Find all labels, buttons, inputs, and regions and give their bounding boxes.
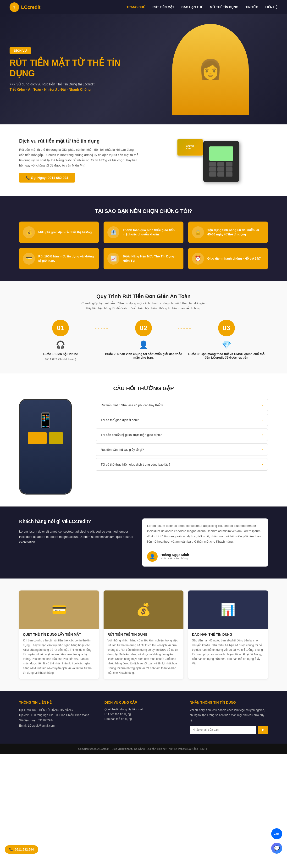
step-number-3: 03 xyxy=(218,320,235,336)
faq-list: Rút tiền mặt từ thẻ visa có phí cao hay … xyxy=(96,399,268,495)
footer-top: THÔNG TIN LIÊN HỆ DỊCH VỤ RÚT TIỀN TỪ ĐẶ… xyxy=(0,691,287,744)
hero-person-placeholder: 👩 xyxy=(172,24,249,115)
footer-col1-title: THÔNG TIN LIÊN HỆ xyxy=(19,701,97,704)
testimonial-left: Khách hàng nói gì về LCcredit? Lorem ips… xyxy=(19,519,135,566)
blog-text-2: Sắp đến hạn 45 ngày, bạn sẽ phải đóng ti… xyxy=(192,638,264,666)
process-sub2: Hãy liên hệ chúng tôi để được tư vấn toà… xyxy=(19,307,268,310)
step-title-2: Bước 2: Nhân viên chúng tôi sẽ tư vấn gi… xyxy=(102,352,185,359)
why-card-3: 💳 Rút 100% hạn mức tín dụng và không bị … xyxy=(19,248,99,269)
faq-arrow-1: › xyxy=(262,418,263,422)
blog-grid: 💳 QUẸT THẺ TÍN DỤNG LẤY TIỀN MẶT Khi bạn… xyxy=(19,590,268,679)
atm-key xyxy=(209,172,216,177)
why-icon-2: 🔒 xyxy=(192,226,204,238)
header: $ LCcredit TRANG CHỦ RÚT TIỀN MẶT ĐÁO HẠ… xyxy=(0,0,287,14)
blog-card-0: 💳 QUẸT THẺ TÍN DỤNG LẤY TIỀN MẶT Khi bạn… xyxy=(19,590,99,679)
service-text: Rút tiền mặt từ thẻ tín dụng là Giải phá… xyxy=(19,147,139,168)
hero-image: 👩 xyxy=(144,24,278,115)
faq-container: 📱 Rút tiền mặt từ thẻ visa có phí cao ha… xyxy=(19,399,268,495)
atm-key xyxy=(217,167,224,172)
service-img-wrap: CREDITCARD xyxy=(177,136,239,184)
nav-home[interactable]: TRANG CHỦ xyxy=(127,4,146,10)
faq-item-1[interactable]: Tôi có thể giao dịch ở đâu? › xyxy=(96,414,268,426)
footer-link-0[interactable]: Quét thẻ tín dụng lấy tiền mặt xyxy=(104,708,183,711)
testimonial-right: Lorem ipsum dolor sit amet, consectetur … xyxy=(142,519,268,566)
why-icon-0: 💰 xyxy=(23,226,35,238)
step-desc-1: 0911.682.994 (Mr.Hoàn) xyxy=(45,357,76,362)
why-icon-4: 📈 xyxy=(107,253,119,265)
footer-address: Địa chỉ: 3D đường ngô Gia Tự, Bình Chiểu… xyxy=(19,713,97,718)
nav-tin-tuc[interactable]: TIN TỨC xyxy=(245,4,258,10)
faq-section: CÂU HỎI THƯỜNG GẶP 📱 Rút tiền mặt từ thẻ… xyxy=(0,373,287,506)
why-text-5: Giao dịch nhanh chóng - Hỗ trợ 24/7 xyxy=(208,256,261,261)
footer-link-2[interactable]: Đáo hạn thẻ tín dụng xyxy=(104,717,183,721)
faq-item-3[interactable]: Rút tiền cần thủ tục giấy tờ gì? › xyxy=(96,443,268,456)
faq-item-2[interactable]: Tôi cần chuẩn bị gì khi thực hiện giao d… xyxy=(96,429,268,441)
footer-email-submit[interactable]: ➤ xyxy=(258,726,268,734)
process-step-1: 01 🎧 Bước 1: Liên hệ Hotline 0911.682.99… xyxy=(19,320,102,362)
why-card-5: ⏰ Giao dịch nhanh chóng - Hỗ trợ 24/7 xyxy=(188,248,268,269)
process-title: Quy Trình Rút Tiền Đơn Giản An Toàn xyxy=(19,293,268,300)
faq-item-4[interactable]: Tôi có thể thực hiện giao dịch trong vòn… xyxy=(96,458,268,471)
service-content: Dịch vụ rút tiền mặt từ thẻ tín dụng Rút… xyxy=(19,138,139,183)
faq-item-0[interactable]: Rút tiền mặt từ thẻ visa có phí cao hay … xyxy=(96,399,268,411)
footer-col1-sub: DỊCH VỤ RÚT TIỀN TỪ ĐẶNG ĐÀ NẴNG xyxy=(19,708,97,713)
why-card-0: 💰 Mức phí giao dịch rẻ nhất thị trường xyxy=(19,221,99,243)
nav-mo-the[interactable]: MỞ THẺ TÍN DỤNG xyxy=(210,4,238,10)
call-button[interactable]: 📞 Gọi Ngay: 0911 682 994 xyxy=(19,173,75,183)
why-text-3: Rút 100% hạn mức tín dụng và không bị gi… xyxy=(38,254,95,263)
logo-icon: $ xyxy=(9,2,19,12)
blog-title-0: QUẸT THẺ TÍN DỤNG LẤY TIỀN MẶT xyxy=(23,632,95,637)
service-title: Dịch vụ rút tiền mặt từ thẻ tín dụng xyxy=(19,138,139,144)
footer-col-2: DỊCH VỤ CUNG CẤP Quét thẻ tín dụng lấy t… xyxy=(104,701,183,734)
process-sub1: LCcredit giúp bạn rút tiền từ thẻ tín dụ… xyxy=(19,302,268,305)
footer-link-1[interactable]: Rút tiền thẻ tín dụng xyxy=(104,712,183,716)
blog-img-1: 💰 xyxy=(103,590,183,629)
nav-lien-he[interactable]: LIÊN HỆ xyxy=(265,4,278,10)
faq-arrow-4: › xyxy=(262,462,263,467)
atm-key xyxy=(209,167,216,172)
nav-dao-han[interactable]: ĐÁO HẠN THẺ xyxy=(181,4,202,10)
hero-content: DỊCH VỤ RÚT TIỀN MẶT TỪ THẺ TÍN DỤNG >>>… xyxy=(9,48,144,91)
hero-person-image: 👩 xyxy=(172,24,249,115)
footer-email-input[interactable] xyxy=(190,726,256,734)
atm-key xyxy=(226,172,232,177)
testimonial-author: 👤 Hoàng Ngọc Minh Nhân viên văn phòng xyxy=(147,548,263,562)
testimonial-section: Khách hàng nói gì về LCcredit? Lorem ips… xyxy=(0,506,287,579)
blog-content-0: QUẸT THẺ TÍN DỤNG LẤY TIỀN MẶT Khi bạn c… xyxy=(19,629,99,679)
process-section: Quy Trình Rút Tiền Đơn Giản An Toàn LCcr… xyxy=(0,281,287,373)
blog-content-2: ĐÁO HẠN THẺ TÍN DỤNG Sắp đến hạn 45 ngày… xyxy=(188,629,268,670)
footer-email: Email: LCcredit@gmail.com xyxy=(19,723,97,728)
service-image: CREDITCARD xyxy=(148,136,268,184)
blog-title-2: ĐÁO HẠN THẺ TÍN DỤNG xyxy=(192,632,264,637)
copyright-text: Copyright @2022 LCcredit - Dịch vụ rút t… xyxy=(78,747,209,750)
blog-section: 💳 QUẸT THẺ TÍN DỤNG LẤY TIỀN MẶT Khi bạn… xyxy=(0,579,287,691)
main-nav: TRANG CHỦ RÚT TIỀN MẶT ĐÁO HẠN THẺ MỞ TH… xyxy=(127,4,278,10)
blog-card-2: 📊 ĐÁO HẠN THẺ TÍN DỤNG Sắp đến hạn 45 ng… xyxy=(188,590,268,679)
faq-question-4: Tôi có thể thực hiện giao dịch trong vòn… xyxy=(101,463,170,466)
service-section: Dịch vụ rút tiền mặt từ thẻ tín dụng Rút… xyxy=(0,124,287,196)
why-text-4: Được Nâng Hạn Mức Thẻ Tín Dụng Hiện Tại xyxy=(123,254,179,263)
blog-content-1: RÚT TIỀN THẺ TÍN DỤNG Với những khách hà… xyxy=(103,629,183,679)
step-icon-2: 👤 xyxy=(139,340,148,349)
why-title: TẠI SAO BẠN NÊN CHỌN CHÚNG TÔI? xyxy=(19,208,268,214)
faq-image: 📱 xyxy=(19,399,86,495)
hero-tag: DỊCH VỤ xyxy=(9,48,31,54)
atm-key xyxy=(226,162,232,166)
testimonial-quote: Lorem ipsum dolor sit amet, consectetur … xyxy=(147,523,263,544)
faq-phone: 📱 xyxy=(19,399,72,495)
why-card-1: 🏦 Thanh toán qua hình thức giao tiền mặt… xyxy=(103,221,183,243)
step-number-1: 01 xyxy=(52,320,69,336)
footer-email-form: ➤ xyxy=(190,726,268,734)
atm-key xyxy=(209,162,216,166)
why-grid: 💰 Mức phí giao dịch rẻ nhất thị trường 🏦… xyxy=(19,221,268,269)
nav-rut-tien[interactable]: RÚT TIỀN MẶT xyxy=(153,4,174,10)
logo[interactable]: $ LCcredit xyxy=(9,2,40,12)
testimonial-container: Khách hàng nói gì về LCcredit? Lorem ips… xyxy=(19,519,268,566)
faq-arrow-2: › xyxy=(262,433,263,437)
why-text-2: Tận dụng tính năng ưu đãi miễn lãi 45-55… xyxy=(208,228,264,237)
atm-key xyxy=(217,172,224,177)
process-step-2: 02 👤 Bước 2: Nhân viên chúng tôi sẽ tư v… xyxy=(102,320,185,361)
hero-title: RÚT TIỀN MẶT TỪ THẺ TÍN DỤNG xyxy=(9,58,144,78)
blog-text-1: Với những khách hàng có nhiều kinh nghiệ… xyxy=(107,638,179,675)
author-info: Hoàng Ngọc Minh Nhân viên văn phòng xyxy=(160,553,189,560)
